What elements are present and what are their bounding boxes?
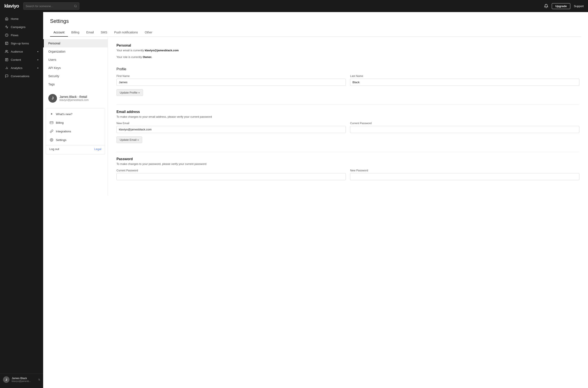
settings-nav-api-keys[interactable]: API Keys bbox=[43, 64, 108, 72]
new-email-group: New Email bbox=[116, 122, 346, 133]
sidebar-item-audience[interactable]: Audience ▾ bbox=[1, 48, 42, 55]
personal-section-title: Personal bbox=[116, 44, 579, 48]
password-section: Password To make changes to your passwor… bbox=[116, 157, 579, 180]
settings-content: Personal Your email is currently klaviyo… bbox=[108, 37, 588, 196]
email-address-title: Email address bbox=[116, 110, 579, 114]
logo[interactable]: klaviyo bbox=[4, 3, 19, 9]
user-card-email: klaviyo@jamesblack.com bbox=[59, 98, 89, 101]
content-icon bbox=[5, 58, 9, 62]
last-name-group: Last Name bbox=[350, 74, 579, 86]
sidebar-item-label: Sign-up forms bbox=[11, 42, 29, 45]
password-section-desc: To make changes to your password, please… bbox=[116, 162, 579, 166]
sidebar-item-signup-forms[interactable]: Sign-up forms bbox=[1, 39, 42, 47]
svg-point-15 bbox=[51, 140, 52, 140]
tab-other[interactable]: Other bbox=[141, 28, 156, 37]
top-navigation: klaviyo Upgrade Support bbox=[0, 0, 588, 12]
logout-button[interactable]: Log out bbox=[50, 147, 59, 151]
search-input[interactable] bbox=[26, 4, 74, 8]
dropdown-item-label: What's new? bbox=[56, 113, 73, 116]
first-name-input[interactable] bbox=[116, 79, 346, 86]
personal-info-section: Personal Your email is currently klaviyo… bbox=[116, 44, 579, 59]
sidebar-item-label: Conversations bbox=[11, 74, 29, 78]
update-email-button[interactable]: Update Email » bbox=[116, 136, 142, 143]
sidebar-item-home[interactable]: Home bbox=[1, 15, 42, 23]
sidebar: Home Campaigns Flows Sign-up forms Audie… bbox=[0, 12, 43, 388]
new-email-label: New Email bbox=[116, 122, 346, 125]
update-profile-button[interactable]: Update Profile » bbox=[116, 89, 143, 96]
new-email-input[interactable] bbox=[116, 126, 346, 133]
search-icon bbox=[74, 4, 77, 7]
sidebar-item-flows[interactable]: Flows bbox=[1, 31, 42, 39]
chevron-down-icon: ▾ bbox=[37, 59, 38, 61]
personal-role-value: Owner. bbox=[143, 55, 152, 59]
avatar: J bbox=[3, 376, 9, 383]
tab-push-notifications[interactable]: Push notifications bbox=[111, 28, 141, 37]
campaigns-icon bbox=[5, 25, 9, 29]
last-name-label: Last Name bbox=[350, 74, 579, 78]
forms-icon bbox=[5, 41, 9, 45]
tab-sms[interactable]: SMS bbox=[97, 28, 111, 37]
last-name-input[interactable] bbox=[350, 79, 579, 86]
upgrade-button[interactable]: Upgrade bbox=[552, 3, 570, 9]
topnav-right: Upgrade Support bbox=[544, 3, 584, 9]
settings-nav-organization[interactable]: Organization bbox=[43, 48, 108, 56]
page-header: Settings bbox=[43, 12, 588, 24]
sidebar-item-label: Audience bbox=[11, 50, 23, 53]
dropdown-item-settings[interactable]: Settings bbox=[46, 136, 105, 144]
user-card-name: James Black - Retail bbox=[59, 95, 89, 98]
tab-email[interactable]: Email bbox=[83, 28, 97, 37]
dropdown-item-billing[interactable]: Billing bbox=[46, 118, 105, 127]
sidebar-item-label: Analytics bbox=[11, 66, 23, 70]
settings-dropdown-menu: ✦ What's new? Billing Integrations bbox=[46, 108, 105, 154]
settings-nav-security[interactable]: Security bbox=[43, 72, 108, 80]
analytics-icon bbox=[5, 66, 9, 70]
legal-link[interactable]: Legal bbox=[94, 147, 101, 151]
settings-user-card[interactable]: J James Black - Retail klaviyo@jamesblac… bbox=[43, 91, 108, 106]
new-password-input[interactable] bbox=[350, 173, 579, 180]
svg-point-5 bbox=[6, 50, 7, 51]
user-card-info: James Black - Retail klaviyo@jamesblack.… bbox=[59, 95, 89, 101]
sparkle-icon: ✦ bbox=[50, 112, 54, 116]
settings-tabs: Account Billing Email SMS Push notificat… bbox=[50, 28, 581, 37]
dropdown-item-integrations[interactable]: Integrations bbox=[46, 127, 105, 136]
tab-account[interactable]: Account bbox=[50, 28, 68, 37]
current-password-label-pw: Current Password bbox=[116, 169, 346, 172]
email-form-row: New Email Current Password bbox=[116, 122, 579, 133]
settings-nav-users[interactable]: Users bbox=[43, 56, 108, 64]
sidebar-item-campaigns[interactable]: Campaigns bbox=[1, 23, 42, 31]
current-password-input-email[interactable] bbox=[350, 126, 579, 133]
email-address-section: Email address To make changes to your em… bbox=[116, 110, 579, 143]
support-link[interactable]: Support bbox=[574, 4, 584, 8]
section-divider-2 bbox=[116, 152, 579, 152]
flows-icon bbox=[5, 33, 9, 37]
sidebar-user-email: klaviyo@jamesb... bbox=[12, 380, 36, 382]
sidebar-user[interactable]: J James Black klaviyo@jamesb... ⇅ bbox=[0, 374, 43, 386]
svg-point-0 bbox=[74, 5, 76, 7]
dropdown-item-label: Settings bbox=[56, 138, 66, 142]
tab-billing[interactable]: Billing bbox=[68, 28, 83, 37]
dropdown-item-label: Billing bbox=[56, 121, 64, 124]
sidebar-item-label: Flows bbox=[11, 34, 18, 37]
search-bar[interactable] bbox=[23, 2, 79, 10]
first-name-group: First Name bbox=[116, 74, 346, 86]
personal-email-desc: Your email is currently klaviyo@jamesbla… bbox=[116, 49, 579, 52]
password-section-title: Password bbox=[116, 157, 579, 161]
dropdown-item-whats-new[interactable]: ✦ What's new? bbox=[46, 110, 105, 118]
first-name-label: First Name bbox=[116, 74, 346, 78]
integrations-icon bbox=[50, 129, 54, 133]
sidebar-user-name: James Black bbox=[12, 377, 36, 380]
sidebar-item-analytics[interactable]: Analytics ▾ bbox=[1, 64, 42, 72]
notifications-bell[interactable] bbox=[544, 4, 548, 8]
settings-body: Personal Organization Users API Keys Sec… bbox=[43, 37, 588, 196]
user-card-avatar: J bbox=[48, 94, 57, 103]
settings-nav-personal[interactable]: Personal bbox=[43, 39, 108, 48]
settings-sidebar: Personal Organization Users API Keys Sec… bbox=[43, 37, 108, 196]
page-title: Settings bbox=[50, 18, 581, 24]
audience-icon bbox=[5, 49, 9, 53]
current-password-group-pw: Current Password bbox=[116, 169, 346, 180]
sidebar-item-conversations[interactable]: Conversations bbox=[1, 72, 42, 80]
main-content: Settings Account Billing Email SMS Push … bbox=[43, 12, 588, 388]
current-password-input-pw[interactable] bbox=[116, 173, 346, 180]
sidebar-item-content[interactable]: Content ▾ bbox=[1, 56, 42, 64]
settings-nav-tags[interactable]: Tags bbox=[43, 80, 108, 88]
